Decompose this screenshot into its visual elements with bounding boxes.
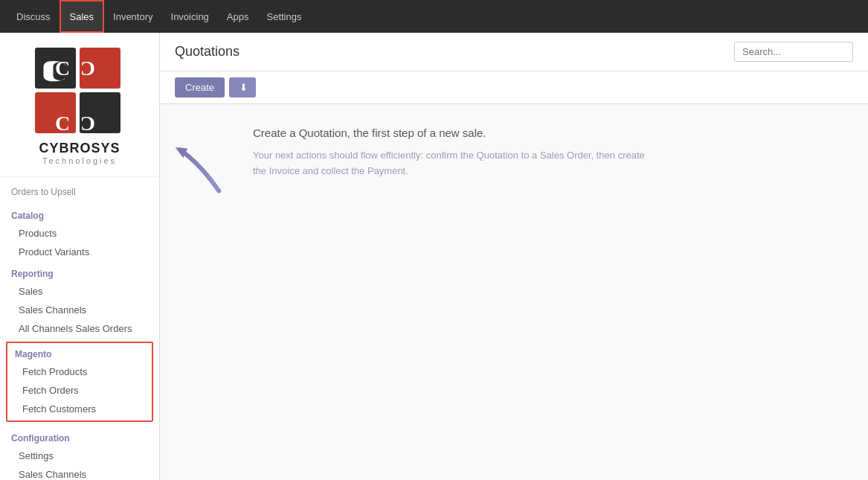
create-button[interactable]: Create — [175, 77, 225, 97]
navbar-sales[interactable]: Sales — [60, 0, 105, 33]
navbar-settings[interactable]: Settings — [257, 0, 310, 33]
navbar-discuss[interactable]: Discuss — [7, 0, 60, 33]
logo-area: C C C C CYBROSYS Technologies — [0, 33, 159, 177]
content-area: Quotations Create ⬇ — [160, 33, 868, 480]
section-header-reporting: Reporting — [0, 261, 159, 282]
svg-text:C: C — [80, 57, 95, 80]
navbar-apps[interactable]: Apps — [218, 0, 258, 33]
section-header-catalog: Catalog — [0, 203, 159, 224]
svg-text:C: C — [80, 112, 95, 135]
sidebar-item-sales-channels[interactable]: Sales Channels — [0, 301, 159, 319]
import-button[interactable]: ⬇ — [229, 77, 256, 97]
navbar-invoicing[interactable]: Invoicing — [162, 0, 218, 33]
orders-upsell-label: Orders to Upsell — [0, 181, 159, 203]
sidebar-scroll[interactable]: C C C C CYBROSYS Technologies Orders to … — [0, 33, 159, 480]
sidebar-item-fetch-orders[interactable]: Fetch Orders — [7, 381, 152, 400]
svg-text:C: C — [55, 57, 70, 80]
main-layout: C C C C CYBROSYS Technologies Orders to … — [0, 33, 868, 480]
page-title: Quotations — [175, 44, 239, 60]
section-header-magento: Magento — [7, 343, 152, 362]
logo-sub: Technologies — [42, 156, 117, 165]
top-navbar: Discuss Sales Inventory Invoicing Apps S… — [0, 0, 868, 33]
empty-state-description: Your next actions should flow efficientl… — [253, 148, 655, 179]
sidebar-item-products[interactable]: Products — [0, 224, 159, 243]
search-input[interactable] — [734, 42, 853, 62]
empty-state: Create a Quotation, the first step of a … — [160, 104, 868, 480]
svg-text:C: C — [55, 112, 70, 135]
logo-image: C C C C — [31, 44, 128, 141]
sidebar-item-product-variants[interactable]: Product Variants — [0, 243, 159, 261]
content-header: Quotations — [160, 33, 868, 71]
section-header-configuration: Configuration — [0, 426, 159, 447]
sidebar-nav: Orders to Upsell Catalog Products Produc… — [0, 177, 159, 480]
import-icon: ⬇ — [239, 82, 248, 93]
sidebar-item-sales[interactable]: Sales — [0, 282, 159, 301]
sidebar-item-config-sales-channels[interactable]: Sales Channels — [0, 465, 159, 480]
empty-state-text: Create a Quotation, the first step of a … — [253, 127, 655, 179]
arrow-icon — [170, 127, 245, 218]
sidebar-item-all-channels-sales-orders[interactable]: All Channels Sales Orders — [0, 319, 159, 338]
sidebar-item-fetch-products[interactable]: Fetch Products — [7, 362, 152, 381]
navbar-inventory[interactable]: Inventory — [104, 0, 161, 33]
sidebar: C C C C CYBROSYS Technologies Orders to … — [0, 33, 160, 480]
sidebar-item-settings[interactable]: Settings — [0, 447, 159, 465]
empty-state-heading: Create a Quotation, the first step of a … — [253, 127, 655, 139]
sidebar-item-fetch-customers[interactable]: Fetch Customers — [7, 400, 152, 420]
logo-name: CYBROSYS — [39, 141, 120, 156]
magento-section: Magento Fetch Products Fetch Orders Fetc… — [6, 342, 153, 422]
toolbar: Create ⬇ — [160, 71, 868, 104]
